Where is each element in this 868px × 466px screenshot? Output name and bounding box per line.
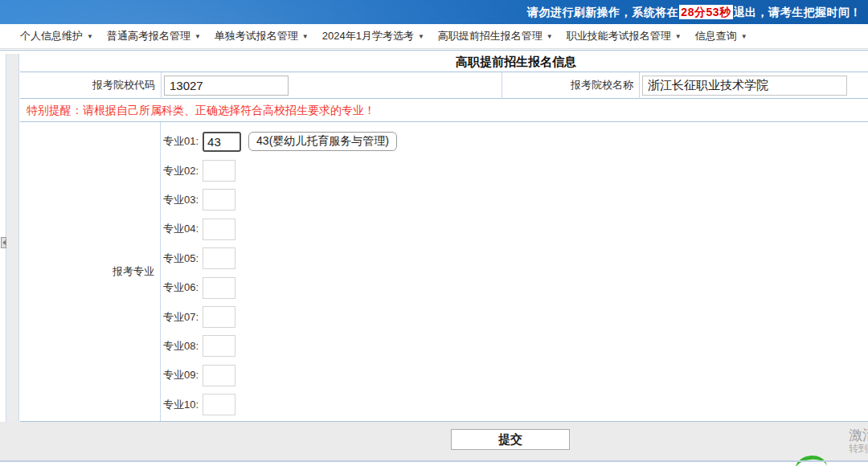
major-row: 专业05: <box>163 244 397 273</box>
major-row: 专业10: <box>163 390 397 419</box>
major-input[interactable] <box>203 219 235 240</box>
major-row: 专业09: <box>163 361 397 390</box>
menu-item-label: 单独考试报名管理 <box>215 29 298 43</box>
activation-watermark: 激活 转到 <box>849 427 868 454</box>
major-row: 专业02: <box>163 156 397 185</box>
chevron-down-icon: ▼ <box>302 32 309 40</box>
major-row: 专业03: <box>163 186 397 215</box>
major-label: 专业03: <box>163 193 199 207</box>
school-name-label: 报考院校名称 <box>502 78 639 92</box>
timeout-countdown: 28分53秒 <box>679 5 732 19</box>
school-code-cell <box>161 72 502 99</box>
major-input[interactable] <box>203 394 235 415</box>
major-label: 专业07: <box>163 310 199 325</box>
majors-list: 专业01: 43(婴幼儿托育服务与管理) 专业02: 专业03: 专业04: <box>161 122 397 421</box>
major-input[interactable] <box>203 189 235 211</box>
watermark-line2: 转到 <box>849 443 868 454</box>
session-timeout-banner: 请勿进行刷新操作，系统将在28分53秒退出，请考生把握时间！ <box>0 0 868 24</box>
major-input[interactable] <box>203 277 235 299</box>
menu-item[interactable]: 2024年1月学考选考 ▼ <box>322 29 424 43</box>
chevron-down-icon: ▼ <box>741 32 747 40</box>
menu-item-label: 个人信息维护 <box>20 29 83 43</box>
menu-item-label: 高职提前招生报名管理 <box>438 29 542 43</box>
menu-item[interactable]: 职业技能考试报名管理 ▼ <box>567 29 682 43</box>
major-label: 专业04: <box>163 222 199 236</box>
major-label: 专业01: <box>163 134 199 149</box>
chevron-down-icon: ▼ <box>194 32 201 40</box>
footer-band: 提交 <box>0 422 868 461</box>
main-menu-bar: 个人信息维护 ▼ 普通高考报名管理 ▼ 单独考试报名管理 ▼ 2024年1月学考… <box>0 24 868 49</box>
school-code-input[interactable] <box>164 76 289 96</box>
app-window: 请勿进行刷新操作，系统将在28分53秒退出，请考生把握时间！ 个人信息维护 ▼ … <box>0 0 868 466</box>
majors-section: 报考专业 专业01: 43(婴幼儿托育服务与管理) 专业02: 专业03: 专业… <box>20 122 868 422</box>
chevron-down-icon: ▼ <box>87 32 93 40</box>
major-row: 专业01: 43(婴幼儿托育服务与管理) <box>163 127 397 156</box>
collapsed-side-panel <box>6 54 19 423</box>
chevron-down-icon: ▼ <box>547 32 553 40</box>
major-label: 专业08: <box>163 339 199 354</box>
school-name-input[interactable] <box>642 76 847 96</box>
major-input[interactable] <box>203 160 235 182</box>
left-arrow-icon <box>2 240 6 245</box>
menu-item[interactable]: 高职提前招生报名管理 ▼ <box>438 29 553 43</box>
major-row: 专业08: <box>163 332 397 361</box>
major-row: 专业04: <box>163 215 397 243</box>
menu-item[interactable]: 单独考试报名管理 ▼ <box>215 29 309 43</box>
majors-section-label: 报考专业 <box>20 122 161 421</box>
major-input[interactable] <box>203 132 241 152</box>
major-row: 专业07: <box>163 302 397 331</box>
major-input[interactable] <box>203 247 235 269</box>
major-label: 专业06: <box>163 280 199 295</box>
page-bottom-divider <box>0 460 868 462</box>
submit-button[interactable]: 提交 <box>451 429 570 450</box>
menu-item-label: 普通高考报名管理 <box>107 29 190 43</box>
watermark-line1: 激活 <box>849 427 868 443</box>
form-title: 高职提前招生报名信息 <box>20 51 868 72</box>
major-input[interactable] <box>203 306 235 328</box>
major-label: 专业09: <box>163 368 199 382</box>
major-label: 专业10: <box>163 398 199 412</box>
chevron-down-icon: ▼ <box>418 32 424 40</box>
school-info-row: 报考院校代码 报考院校名称 <box>20 72 868 99</box>
chevron-down-icon: ▼ <box>675 32 682 40</box>
page-content: 高职提前招生报名信息 报考院校代码 报考院校名称 特别提醒：请根据自己所属科类、… <box>0 49 868 466</box>
registration-form: 高职提前招生报名信息 报考院校代码 报考院校名称 特别提醒：请根据自己所属科类、… <box>20 50 868 422</box>
school-code-label: 报考院校代码 <box>20 78 161 92</box>
major-row: 专业06: <box>163 273 397 302</box>
panel-collapse-handle[interactable] <box>1 237 6 248</box>
major-input[interactable] <box>203 335 235 357</box>
banner-text-prefix: 请勿进行刷新操作，系统将在 <box>527 6 679 18</box>
menu-item[interactable]: 普通高考报名管理 ▼ <box>107 29 201 43</box>
school-name-cell <box>639 72 868 99</box>
major-label: 专业05: <box>163 251 199 266</box>
menu-item-label: 职业技能考试报名管理 <box>567 29 671 43</box>
major-label: 专业02: <box>163 164 199 178</box>
menu-item-label: 2024年1月学考选考 <box>322 29 414 43</box>
menu-item-label: 信息查询 <box>695 29 737 43</box>
banner-text-suffix: 退出，请考生把握时间！ <box>734 6 862 18</box>
selected-major-chip[interactable]: 43(婴幼儿托育服务与管理) <box>248 132 397 151</box>
menu-item[interactable]: 个人信息维护 ▼ <box>20 29 93 43</box>
menu-item[interactable]: 信息查询 ▼ <box>695 29 747 43</box>
major-input[interactable] <box>203 365 235 386</box>
special-notice: 特别提醒：请根据自己所属科类、正确选择符合高校招生要求的专业！ <box>20 99 868 122</box>
